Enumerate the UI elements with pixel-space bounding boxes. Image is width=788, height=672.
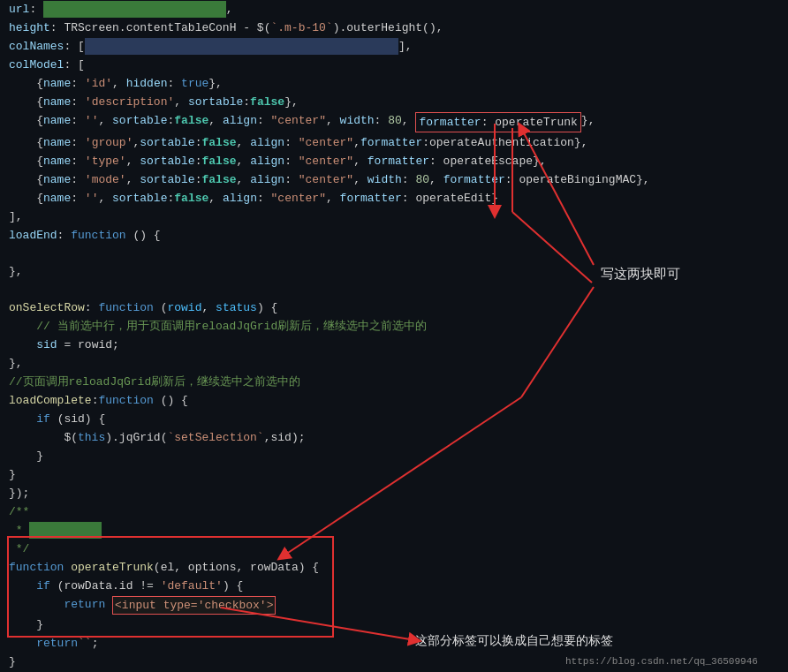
code-line — [0, 245, 788, 262]
code-line: if (rowData.id != 'default') { — [0, 577, 788, 595]
code-line: } — [0, 465, 788, 484]
code-line: colModel: [ — [0, 56, 788, 74]
code-line-formatter-trunk: {name: '', sortable:false, align: "cente… — [0, 111, 788, 133]
code-line: if (sid) { — [0, 410, 788, 428]
code-line: * — [0, 521, 788, 540]
code-line: onSelectRow: function (rowid, status) { — [0, 298, 788, 317]
code-line: {name: '', sortable:false, align: "cente… — [0, 189, 788, 208]
code-line: //页面调用reloadJqGrid刷新后，继续选中之前选中的 — [0, 373, 788, 391]
code-line: {name: 'description', sortable:false}, — [0, 93, 788, 111]
code-line: {name: 'id', hidden: true}, — [0, 74, 788, 93]
code-line: {name: 'type', sortable:false, align: "c… — [0, 152, 788, 170]
code-line: } — [0, 615, 788, 634]
code-line: {name: 'group',sortable:false, align: "c… — [0, 133, 788, 152]
code-line: $(this).jqGrid(`setSelection`,sid); — [0, 428, 788, 447]
code-line: height: TRScreen.contentTableConH - $(`.… — [0, 19, 788, 37]
code-line: {name: 'mode', sortable:false, align: "c… — [0, 170, 788, 189]
code-line-return-input: return <input type='checkbox'> — [0, 595, 788, 615]
code-line: // 当前选中行，用于页面调用reloadJqGrid刷新后，继续选中之前选中的 — [0, 317, 788, 336]
code-line: }, — [0, 262, 788, 281]
code-line: colNames: [ ], — [0, 37, 788, 56]
code-line-function: function operateTrunk(el, options, rowDa… — [0, 558, 788, 577]
code-line: sid = rowid; — [0, 336, 788, 354]
code-line: loadComplete:function () { — [0, 391, 788, 410]
code-editor: url: , height: TRScreen.contentTableConH… — [0, 0, 788, 672]
code-line: loadEnd: function () { — [0, 226, 788, 245]
code-line — [0, 281, 788, 298]
code-line: return``; — [0, 634, 788, 653]
code-line: */ — [0, 540, 788, 558]
code-line: } — [0, 653, 788, 671]
code-line: url: , — [0, 0, 788, 19]
code-line: } — [0, 447, 788, 465]
code-line: /** — [0, 502, 788, 521]
code-line: }, — [0, 354, 788, 373]
code-line: ], — [0, 208, 788, 226]
code-line: }); — [0, 484, 788, 502]
